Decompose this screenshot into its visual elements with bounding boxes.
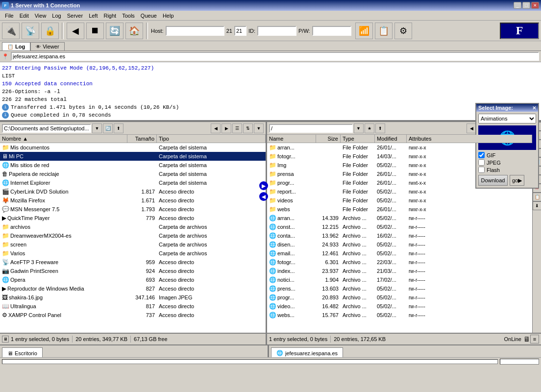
left-file-row[interactable]: 📁 archivos Carpeta de archivos (0, 222, 266, 231)
right-status-settings[interactable]: ≡ (530, 335, 539, 343)
left-address-input[interactable] (2, 124, 91, 133)
id-input[interactable] (257, 26, 296, 36)
left-col-type[interactable]: Tipo (157, 135, 266, 143)
sftp-button[interactable]: 🔒 (41, 23, 59, 39)
left-file-row[interactable]: 🖥 Mi PC Carpeta del sistema (0, 152, 266, 161)
select-image-close[interactable]: ✕ (532, 105, 536, 111)
left-file-row[interactable]: ▶ Reproductor de Windows Media 827 Acces… (0, 284, 266, 293)
log-address-bar[interactable] (11, 52, 539, 61)
right-file-row[interactable]: 🌐 email... 12.461 Archivo ... 05/02/... … (267, 249, 532, 258)
right-browse-button[interactable]: ▼ (354, 123, 364, 133)
left-file-row[interactable]: 🎬 CyberLink DVD Solution 1.817 Acceso di… (0, 187, 266, 196)
left-file-row[interactable]: 🖼 shakira-16.jpg 347.146 Imagen JPEG (0, 293, 266, 302)
disconnect-button[interactable]: ⏹ (86, 23, 104, 39)
right-file-row[interactable]: 🌐 video... 16.482 Archivo ... 05/02/... … (267, 302, 532, 311)
left-file-row[interactable]: 🌐 Opera 693 Acceso directo (0, 275, 266, 284)
left-filter-btn[interactable]: ▼ (254, 123, 264, 133)
tab-log[interactable]: 📋 Log (2, 42, 30, 50)
left-file-row[interactable]: 📷 Gadwin PrintScreen 924 Acceso directo (0, 267, 266, 275)
jpeg-checkbox[interactable] (478, 159, 485, 166)
left-col-name[interactable]: Nombre ▲ (0, 135, 127, 143)
right-file-row[interactable]: 📁 webs File Folder 26/01/... rwxr-x-x (267, 205, 532, 214)
right-file-row[interactable]: 🌐 conta... 13.962 Archivo ... 16/02/... … (267, 231, 532, 240)
ftp-button[interactable]: 📡 (22, 23, 39, 39)
left-file-row[interactable]: 📖 Ultralingua 817 Acceso directo (0, 302, 266, 311)
left-file-row[interactable]: 📁 Varios Carpeta de archivos (0, 249, 266, 258)
left-file-row[interactable]: 🌐 Mis sitios de red Carpeta del sistema (0, 161, 266, 170)
left-file-row[interactable]: 📁 Mis documentos Carpeta del sistema (0, 143, 266, 152)
settings-button[interactable]: ⚙ (394, 23, 412, 39)
menu-left[interactable]: Left (86, 12, 100, 20)
menu-tools[interactable]: Tools (119, 12, 138, 20)
transfer-left-button[interactable]: ◀ (259, 192, 268, 201)
right-file-row[interactable]: 🌐 const... 12.215 Archivo ... 05/02/... … (267, 222, 532, 231)
menu-edit[interactable]: Edit (17, 12, 32, 20)
right-col-modified[interactable]: Modified (375, 135, 407, 143)
refresh-button[interactable]: 🔄 (106, 23, 123, 39)
maximize-button[interactable]: □ (522, 2, 530, 9)
minimize-button[interactable]: _ (514, 2, 521, 9)
side-btn-8[interactable]: 📋 (533, 193, 541, 201)
left-nav-fwd[interactable]: ▶ (221, 123, 231, 133)
menu-server[interactable]: Server (64, 12, 86, 20)
connect-button[interactable]: 🔌 (2, 23, 20, 39)
menu-file[interactable]: File (2, 12, 17, 20)
pw-input[interactable] (312, 26, 351, 36)
right-file-row[interactable]: 🌐 arran... 14.339 Archivo ... 05/02/... … (267, 214, 532, 222)
left-file-row[interactable]: 🗑 Papelera de reciclaje Carpeta del sist… (0, 170, 266, 178)
right-file-row[interactable]: 🌐 fotogr... 6.301 Archivo ... 22/03/... … (267, 258, 532, 267)
left-sort-btn[interactable]: ⇅ (243, 123, 253, 133)
menu-log[interactable]: Log (49, 12, 64, 20)
right-col-size[interactable]: Size (316, 135, 341, 143)
right-col-name[interactable]: Name (267, 135, 316, 143)
right-file-row[interactable]: 🌐 index... 23.937 Archivo ... 21/03/... … (267, 267, 532, 275)
left-file-row[interactable]: 📁 DreamweaverMX2004-es Carpeta de archiv… (0, 231, 266, 240)
queue-button[interactable]: 📋 (375, 23, 393, 39)
left-view-btn[interactable]: ☰ (232, 123, 242, 133)
left-file-row[interactable]: 🦊 Mozilla Firefox 1.671 Acceso directo (0, 196, 266, 205)
host-input[interactable] (166, 26, 224, 36)
go-button[interactable]: go ▶ (510, 175, 524, 186)
menu-help[interactable]: Help (160, 12, 177, 20)
select-image-dropdown[interactable]: Animations (478, 114, 536, 123)
menu-right[interactable]: Right (100, 12, 119, 20)
right-col-attr[interactable]: Attributes (407, 135, 532, 143)
right-address-input[interactable] (269, 124, 353, 133)
right-file-row[interactable]: 🌐 notici... 1.904 Archivo ... 17/02/... … (267, 275, 532, 284)
home-button[interactable]: 🏠 (125, 23, 143, 39)
transfer-right-button[interactable]: ▶ (259, 181, 268, 190)
right-file-row[interactable]: 🌐 progr... 20.893 Archivo ... 05/02/... … (267, 293, 532, 302)
right-file-row[interactable]: 🌐 disen... 24.933 Archivo ... 05/02/... … (267, 240, 532, 249)
left-file-row[interactable]: 📡 AceFTP 3 Freeware 959 Acceso directo (0, 258, 266, 267)
connect-go-button[interactable]: 📶 (355, 23, 373, 39)
right-up-button[interactable]: ⬆ (375, 123, 385, 133)
right-col-type[interactable]: Type (341, 135, 375, 143)
back-button[interactable]: ◀ (67, 23, 84, 39)
right-bookmark-button[interactable]: ★ (365, 123, 374, 133)
left-bottom-tab[interactable]: 🖥 Escritorio (2, 347, 43, 358)
menu-view[interactable]: View (32, 12, 49, 20)
left-up-button[interactable]: ⬆ (114, 123, 123, 133)
left-col-size[interactable]: Tamaño (127, 135, 157, 143)
side-btn-9[interactable]: ⬇ (533, 201, 541, 210)
right-file-row[interactable]: 🌐 prens... 13.603 Archivo ... 05/02/... … (267, 284, 532, 293)
tab-viewer[interactable]: 👁 Viewer (30, 42, 64, 50)
left-file-row[interactable]: ⚙ XAMPP Control Panel 737 Acceso directo (0, 311, 266, 319)
left-nav-back[interactable]: ◀ (211, 123, 221, 133)
left-file-row[interactable]: ▶ QuickTime Player 779 Acceso directo (0, 214, 266, 222)
left-refresh-button[interactable]: 🔄 (103, 123, 113, 133)
right-file-row[interactable]: 📁 videos File Folder 05/02/... rwxr-x-x (267, 196, 532, 205)
left-file-row[interactable]: 🌐 Internet Explorer Carpeta del sistema (0, 178, 266, 187)
download-button[interactable]: Download (478, 175, 508, 186)
close-button[interactable]: ✕ (531, 2, 539, 9)
left-file-row[interactable]: 💬 MSN Messenger 7.5 1.793 Acceso directo (0, 205, 266, 214)
port-spinner[interactable] (234, 26, 246, 36)
right-file-row[interactable]: 🌐 webs... 15.767 Archivo ... 05/02/... r… (267, 311, 532, 319)
flash-checkbox[interactable] (478, 167, 485, 173)
gif-checkbox[interactable] (478, 152, 485, 158)
left-file-row[interactable]: 📁 screen Carpeta de archivos (0, 240, 266, 249)
menu-queue[interactable]: Queue (138, 12, 160, 20)
right-nav-back[interactable]: ◀ (467, 123, 476, 133)
left-browse-button[interactable]: ▼ (92, 123, 102, 133)
right-bottom-tab[interactable]: 🌐 jefesuarez.iespana.es (271, 347, 343, 358)
